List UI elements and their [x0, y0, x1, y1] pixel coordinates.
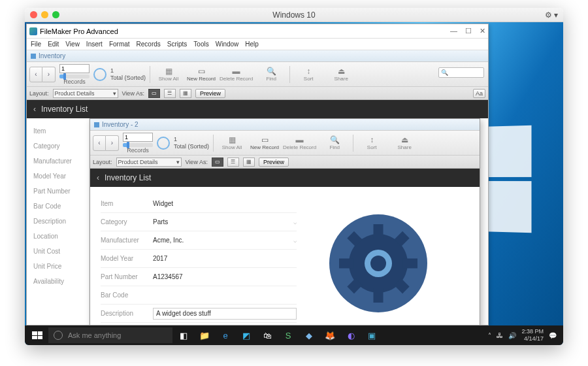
category-value[interactable]: Parts [153, 218, 297, 225]
taskbar-app-store[interactable]: 🛍 [257, 327, 277, 344]
view-form-button[interactable]: ▭ [148, 89, 160, 98]
maximize-button[interactable]: ☐ [465, 27, 472, 35]
records-label: Records [127, 147, 149, 154]
taskbar-app-generic3[interactable]: ◐ [341, 327, 361, 344]
cortana-search[interactable]: Ask me anything [48, 327, 172, 343]
prev-record-button[interactable]: ‹ [93, 135, 106, 151]
modelyear-value[interactable]: 2017 [153, 255, 297, 262]
sidebar-item-unitcost[interactable]: Unit Cost [27, 244, 89, 259]
sort-button[interactable]: ↕Sort [294, 67, 323, 82]
taskbar-app-photos[interactable]: ◩ [237, 327, 256, 344]
find-button[interactable]: 🔍Find [320, 135, 349, 150]
menu-edit[interactable]: Edit [48, 41, 59, 48]
menu-scripts[interactable]: Scripts [167, 41, 188, 48]
menu-insert[interactable]: Insert [86, 41, 103, 48]
sidebar-item-item[interactable]: Item [27, 124, 89, 139]
show-all-button[interactable]: ▦Show All [154, 67, 183, 82]
layout-selector[interactable]: Product Details▾ [116, 158, 182, 167]
share-button[interactable]: ⏏Share [390, 135, 419, 150]
view-list-button[interactable]: ☰ [164, 89, 176, 98]
new-record-button[interactable]: ▭New Record [187, 67, 216, 82]
delete-record-icon: ▬ [296, 135, 304, 144]
found-set-pie-icon[interactable] [157, 137, 170, 150]
taskbar-app-generic2[interactable]: ◆ [299, 327, 319, 344]
new-record-icon: ▭ [198, 67, 205, 76]
layout-bar: Layout: Product Details▾ View As: ▭ ☰ ▦ … [27, 87, 488, 100]
start-button[interactable] [27, 327, 47, 344]
view-table-button[interactable]: ▦ [180, 89, 191, 98]
view-form-button[interactable]: ▭ [212, 158, 223, 167]
back-chevron-icon[interactable]: ‹ [33, 105, 36, 114]
mac-titlebar[interactable]: Windows 10 ⚙ ▾ [25, 8, 563, 22]
show-all-icon: ▦ [165, 67, 172, 76]
document-tab-2[interactable]: Inventory - 2 [90, 119, 480, 131]
mac-zoom-button[interactable] [52, 11, 59, 18]
find-button[interactable]: 🔍Find [257, 67, 286, 82]
sidebar-item-description[interactable]: Description [27, 214, 89, 229]
filemaker-titlebar[interactable]: FileMaker Pro Advanced — ☐ ✕ [27, 24, 488, 39]
quick-search-input[interactable] [438, 67, 484, 78]
menu-help[interactable]: Help [245, 41, 259, 48]
sidebar-item-unitprice[interactable]: Unit Price [27, 259, 89, 274]
view-list-button[interactable]: ☰ [227, 158, 239, 167]
description-value[interactable]: A widget does stuff [153, 308, 297, 320]
mac-minimize-button[interactable] [41, 11, 48, 18]
windows-desktop[interactable]: FileMaker Pro Advanced — ☐ ✕ File Edit V… [25, 22, 563, 345]
menu-view[interactable]: View [65, 41, 80, 48]
item-value[interactable]: Widget [153, 200, 297, 207]
back-chevron-icon[interactable]: ‹ [97, 173, 99, 182]
taskbar-clock[interactable]: 2:38 PM 4/14/17 [521, 328, 544, 342]
sidebar-item-modelyear[interactable]: Model Year [27, 169, 89, 184]
document-tab[interactable]: Inventory [27, 50, 488, 62]
partnumber-value[interactable]: A1234567 [153, 273, 297, 280]
menu-format[interactable]: Format [109, 41, 130, 48]
delete-record-button[interactable]: ▬Delete Record [283, 135, 316, 150]
prev-record-button[interactable]: ‹ [29, 67, 42, 82]
record-number-input[interactable] [123, 133, 153, 142]
record-slider[interactable] [123, 143, 153, 147]
found-set-pie-icon[interactable] [93, 68, 106, 81]
close-button[interactable]: ✕ [480, 27, 485, 35]
sidebar-item-category[interactable]: Category [27, 139, 89, 154]
preview-button[interactable]: Preview [195, 89, 225, 98]
product-image[interactable] [310, 195, 408, 293]
menu-window[interactable]: Window [216, 41, 239, 48]
tray-network-icon[interactable]: 🖧 [497, 332, 503, 339]
mac-settings-icon[interactable]: ⚙ ▾ [545, 10, 558, 20]
next-record-button[interactable]: › [106, 135, 119, 151]
notifications-icon[interactable]: 💬 [549, 332, 557, 339]
menu-records[interactable]: Records [137, 41, 161, 48]
layout-selector[interactable]: Product Details▾ [53, 89, 118, 98]
view-table-button[interactable]: ▦ [243, 158, 255, 167]
new-record-button[interactable]: ▭New Record [250, 135, 279, 150]
record-slider[interactable] [59, 75, 90, 78]
taskbar-app-explorer[interactable]: 📁 [195, 327, 214, 344]
minimize-button[interactable]: — [450, 27, 457, 35]
formatting-button[interactable]: Aa [473, 89, 485, 98]
menu-file[interactable]: File [31, 41, 41, 48]
task-view-button[interactable]: ◧ [174, 327, 193, 344]
menu-tools[interactable]: Tools [193, 41, 208, 48]
sidebar-item-location[interactable]: Location [27, 229, 89, 244]
sidebar-item-partnumber[interactable]: Part Number [27, 184, 89, 199]
record-number-input[interactable] [59, 64, 90, 73]
next-record-button[interactable]: › [42, 67, 56, 82]
delete-record-button[interactable]: ▬Delete Record [220, 67, 253, 82]
sidebar-item-availability[interactable]: Availability [27, 274, 89, 289]
taskbar-app-filemaker[interactable]: ▣ [362, 327, 382, 344]
status-toolbar-2: ‹ › Records 1 Total (Sorted [90, 131, 480, 156]
share-button[interactable]: ⏏Share [327, 67, 355, 82]
mac-close-button[interactable] [30, 11, 37, 18]
taskbar-app-generic1[interactable]: S [278, 327, 298, 344]
manufacturer-value[interactable]: Acme, Inc. [153, 237, 297, 244]
taskbar-app-firefox[interactable]: 🦊 [320, 327, 340, 344]
main-content: Inventory - 2 ‹ › Records [90, 118, 488, 325]
show-all-button[interactable]: ▦Show All [218, 135, 246, 150]
taskbar-app-edge[interactable]: e [216, 327, 235, 344]
tray-volume-icon[interactable]: 🔊 [508, 332, 516, 339]
sidebar-item-barcode[interactable]: Bar Code [27, 199, 89, 214]
tray-chevron-icon[interactable]: ˄ [488, 332, 491, 339]
sidebar-item-manufacturer[interactable]: Manufacturer [27, 154, 89, 169]
sort-button[interactable]: ↕Sort [357, 135, 386, 150]
preview-button[interactable]: Preview [259, 158, 289, 167]
